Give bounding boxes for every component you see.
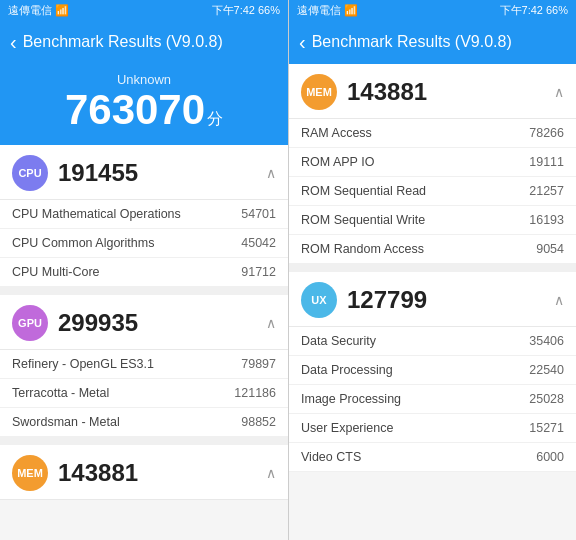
hero-section: Unknown 763070分 xyxy=(0,64,288,145)
ux-item-2: Image Processing 25028 xyxy=(289,385,576,414)
status-bar-right-left: 遠傳電信 📶 xyxy=(297,3,358,18)
mem-left-category-row[interactable]: MEM 143881 ∧ xyxy=(0,445,288,500)
mem-score: 143881 xyxy=(347,78,554,106)
back-button-left[interactable]: ‹ xyxy=(10,31,17,54)
cpu-item-1-value: 45042 xyxy=(241,236,276,250)
gpu-item-0-label: Refinery - OpenGL ES3.1 xyxy=(12,357,154,371)
mem-badge: MEM xyxy=(301,74,337,110)
ux-item-4-label: Video CTS xyxy=(301,450,361,464)
hero-label: Unknown xyxy=(0,72,288,87)
status-bar-left: 遠傳電信 📶 下午7:42 66% xyxy=(0,0,288,20)
mem-left-badge: MEM xyxy=(12,455,48,491)
ux-item-3-label: User Experience xyxy=(301,421,393,435)
header-right: ‹ Benchmark Results (V9.0.8) xyxy=(289,20,576,64)
gpu-item-1: Terracotta - Metal 121186 xyxy=(0,379,288,408)
mem-category-row[interactable]: MEM 143881 ∧ xyxy=(289,64,576,119)
hero-score-container: 763070分 xyxy=(0,87,288,133)
ux-item-0-label: Data Security xyxy=(301,334,376,348)
ux-item-3-value: 15271 xyxy=(529,421,564,435)
mem-item-2-label: ROM Sequential Read xyxy=(301,184,426,198)
gpu-item-2-value: 98852 xyxy=(241,415,276,429)
ux-score: 127799 xyxy=(347,286,554,314)
cpu-item-2-value: 91712 xyxy=(241,265,276,279)
cpu-chevron: ∧ xyxy=(266,165,276,181)
cpu-item-1-label: CPU Common Algorithms xyxy=(12,236,154,250)
cpu-item-0: CPU Mathematical Operations 54701 xyxy=(0,200,288,229)
ux-item-0-value: 35406 xyxy=(529,334,564,348)
mem-item-3: ROM Sequential Write 16193 xyxy=(289,206,576,235)
mem-item-3-value: 16193 xyxy=(529,213,564,227)
header-left: ‹ Benchmark Results (V9.0.8) xyxy=(0,20,288,64)
divider-1 xyxy=(0,287,288,295)
cpu-item-2: CPU Multi-Core 91712 xyxy=(0,258,288,287)
status-bar-right-right: 下午7:42 66% xyxy=(500,3,568,18)
status-bar-right-info: 下午7:42 66% xyxy=(212,3,280,18)
ux-item-1-label: Data Processing xyxy=(301,363,393,377)
cpu-score: 191455 xyxy=(58,159,266,187)
carrier-left: 遠傳電信 xyxy=(8,3,52,18)
left-panel: 遠傳電信 📶 下午7:42 66% ‹ Benchmark Results (V… xyxy=(0,0,288,540)
mem-item-3-label: ROM Sequential Write xyxy=(301,213,425,227)
cpu-badge: CPU xyxy=(12,155,48,191)
mem-chevron: ∧ xyxy=(554,84,564,100)
mem-item-1-label: ROM APP IO xyxy=(301,155,374,169)
header-title-left: Benchmark Results (V9.0.8) xyxy=(23,33,223,51)
cpu-item-2-label: CPU Multi-Core xyxy=(12,265,100,279)
header-title-right: Benchmark Results (V9.0.8) xyxy=(312,33,512,51)
ux-item-2-label: Image Processing xyxy=(301,392,401,406)
gpu-category-row[interactable]: GPU 299935 ∧ xyxy=(0,295,288,350)
mem-item-0-label: RAM Access xyxy=(301,126,372,140)
hero-score: 763070 xyxy=(65,86,205,133)
carrier-right: 遠傳電信 xyxy=(297,3,341,18)
ux-item-4-value: 6000 xyxy=(536,450,564,464)
cpu-item-0-value: 54701 xyxy=(241,207,276,221)
mem-left-score: 143881 xyxy=(58,459,266,487)
mem-item-0-value: 78266 xyxy=(529,126,564,140)
gpu-item-1-label: Terracotta - Metal xyxy=(12,386,109,400)
gpu-badge: GPU xyxy=(12,305,48,341)
ux-item-1-value: 22540 xyxy=(529,363,564,377)
battery-right: 66% xyxy=(546,4,568,16)
ux-category-row[interactable]: UX 127799 ∧ xyxy=(289,272,576,327)
cpu-item-1: CPU Common Algorithms 45042 xyxy=(0,229,288,258)
status-bar-left-info: 遠傳電信 📶 xyxy=(8,3,69,18)
gpu-item-2: Swordsman - Metal 98852 xyxy=(0,408,288,437)
back-button-right[interactable]: ‹ xyxy=(299,31,306,54)
ux-chevron: ∧ xyxy=(554,292,564,308)
ux-item-0: Data Security 35406 xyxy=(289,327,576,356)
ux-item-2-value: 25028 xyxy=(529,392,564,406)
mem-item-1-value: 19111 xyxy=(529,155,564,169)
time-right: 下午7:42 xyxy=(500,3,543,18)
right-panel: 遠傳電信 📶 下午7:42 66% ‹ Benchmark Results (V… xyxy=(288,0,576,540)
mem-item-2: ROM Sequential Read 21257 xyxy=(289,177,576,206)
ux-item-3: User Experience 15271 xyxy=(289,414,576,443)
mem-item-2-value: 21257 xyxy=(529,184,564,198)
mem-item-0: RAM Access 78266 xyxy=(289,119,576,148)
mem-item-4-value: 9054 xyxy=(536,242,564,256)
divider-right-1 xyxy=(289,264,576,272)
wifi-icon-right: 📶 xyxy=(344,4,358,17)
time-left: 下午7:42 xyxy=(212,3,255,18)
ux-item-1: Data Processing 22540 xyxy=(289,356,576,385)
battery-left: 66% xyxy=(258,4,280,16)
wifi-icon: 📶 xyxy=(55,4,69,17)
gpu-item-0-value: 79897 xyxy=(241,357,276,371)
gpu-chevron: ∧ xyxy=(266,315,276,331)
cpu-category-row[interactable]: CPU 191455 ∧ xyxy=(0,145,288,200)
hero-unit: 分 xyxy=(207,110,223,127)
cpu-item-0-label: CPU Mathematical Operations xyxy=(12,207,181,221)
gpu-score: 299935 xyxy=(58,309,266,337)
left-content: CPU 191455 ∧ CPU Mathematical Operations… xyxy=(0,145,288,540)
gpu-item-0: Refinery - OpenGL ES3.1 79897 xyxy=(0,350,288,379)
mem-item-1: ROM APP IO 19111 xyxy=(289,148,576,177)
mem-item-4-label: ROM Random Access xyxy=(301,242,424,256)
ux-badge: UX xyxy=(301,282,337,318)
divider-2 xyxy=(0,437,288,445)
gpu-item-2-label: Swordsman - Metal xyxy=(12,415,120,429)
mem-item-4: ROM Random Access 9054 xyxy=(289,235,576,264)
ux-item-4: Video CTS 6000 xyxy=(289,443,576,472)
status-bar-right: 遠傳電信 📶 下午7:42 66% xyxy=(289,0,576,20)
gpu-item-1-value: 121186 xyxy=(234,386,276,400)
mem-left-chevron: ∧ xyxy=(266,465,276,481)
right-content: MEM 143881 ∧ RAM Access 78266 ROM APP IO… xyxy=(289,64,576,540)
